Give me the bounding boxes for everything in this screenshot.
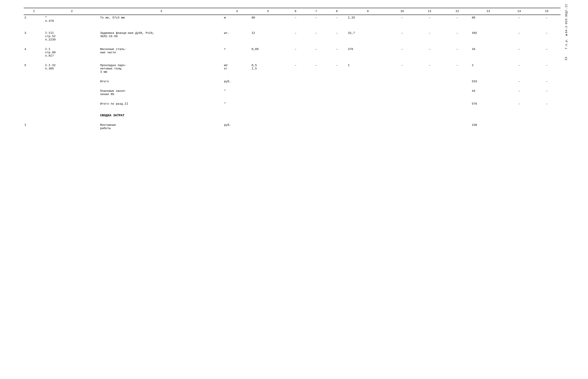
itogoii-col15: – — [533, 101, 561, 107]
planovye-col2 — [44, 88, 99, 97]
header-col2: 2 — [44, 8, 99, 15]
montazh-col13: 238 — [471, 122, 505, 131]
header-col1: I — [24, 8, 44, 15]
row2-col1: 2 — [24, 15, 44, 26]
row3-col1: 3 — [24, 30, 44, 43]
table-row: 4 I-Iстр.80л.8I7 Фасонные сталь-ные част… — [24, 47, 561, 59]
svodka-header: СВОДКА ЗАТРАТ — [99, 112, 223, 118]
planovye-col14: – — [505, 88, 533, 97]
header-col13: I3 — [471, 8, 505, 15]
row4-col14: – — [505, 47, 533, 59]
page-number: I3 — [565, 57, 568, 61]
row2-col14: – — [505, 15, 533, 26]
side-panel: Т.п.р. №04-2-025.86Дт.II I3 — [561, 0, 572, 139]
row5-col9: I — [347, 63, 388, 75]
row4-col9: 376 — [347, 47, 388, 59]
row2-col15: – — [533, 15, 561, 26]
montazh-label: Монтажныеработы — [99, 122, 223, 131]
row2-col9: I,IO — [347, 15, 388, 26]
row3-col11: – — [416, 30, 444, 43]
row4-col6: – — [285, 47, 306, 59]
row2-col10: – — [388, 15, 416, 26]
row3-col5: I2 — [251, 30, 285, 43]
row4-col1: 4 — [24, 47, 44, 59]
row2-col3: То же, 57x3 мм — [99, 15, 223, 26]
montazh-col1: I — [24, 122, 44, 131]
itogo-col14: – — [505, 79, 533, 84]
row3-col4: шт. — [223, 30, 251, 43]
itogoii-label: Итого по разд.II — [99, 101, 223, 107]
row5-col10: – — [388, 63, 416, 75]
itogoii-col1 — [24, 101, 44, 107]
row5-col15: – — [533, 63, 561, 75]
table-row: 3 I-IIIстр.52п.2239 Задвижка фланце-вая … — [24, 30, 561, 43]
row3-col8: – — [326, 30, 347, 43]
row3-col6: – — [285, 30, 306, 43]
row4-col2: I-Iстр.80л.8I7 — [44, 47, 99, 59]
header-col15: I5 — [533, 8, 561, 15]
row5-col1: 5 — [24, 63, 44, 75]
itogo-razdel-row: Итого по разд.II " 576 – – — [24, 101, 561, 107]
itogoii-col13: 576 — [471, 101, 505, 107]
itogo-col13: 533 — [471, 79, 505, 84]
row5-col2: I-I-32п.365 — [44, 63, 99, 75]
header-col5: 5 — [251, 8, 285, 15]
row4-col7: – — [306, 47, 326, 59]
itogoii-unit: " — [223, 101, 251, 107]
row2-col6: – — [285, 15, 306, 26]
itogo-col15: – — [533, 79, 561, 84]
row3-col13: 392 — [471, 30, 505, 43]
itogo-col2 — [44, 79, 99, 84]
planovye-col13: 43 — [471, 88, 505, 97]
svodka-col2 — [44, 112, 99, 118]
row5-col4: м2кг — [223, 63, 251, 75]
itogoii-col14: – — [505, 101, 533, 107]
row2-col13: 88 — [471, 15, 505, 26]
itogo-unit: руб. — [223, 79, 251, 84]
planovye-label: Плановые накоп-ления 8% — [99, 88, 223, 97]
itogo-col1 — [24, 79, 44, 84]
row3-col7: – — [306, 30, 326, 43]
row4-col12: – — [444, 47, 471, 59]
svodka-col1 — [24, 112, 44, 118]
header-col14: I4 — [505, 8, 533, 15]
itogoii-col2 — [44, 101, 99, 107]
table-row: 5 I-I-32п.365 Прокладка паро-нитовая тол… — [24, 63, 561, 75]
row3-col12: – — [444, 30, 471, 43]
row5-col8: – — [326, 63, 347, 75]
planovye-unit: " — [223, 88, 251, 97]
header-col6: 6 — [285, 8, 306, 15]
header-col10: IO — [388, 8, 416, 15]
row4-col8: – — [326, 47, 347, 59]
row5-col7: – — [306, 63, 326, 75]
table-header-row: I 2 3 4 5 6 7 8 9 IO II I2 I3 I4 I5 — [24, 8, 561, 15]
row2-col5: 80 — [251, 15, 285, 26]
planovye-row: Плановые накоп-ления 8% " 43 – – — [24, 88, 561, 97]
row3-col14: – — [505, 30, 533, 43]
svodka-header-row: СВОДКА ЗАТРАТ — [24, 112, 561, 118]
row4-col11: – — [416, 47, 444, 59]
row4-col10: – — [388, 47, 416, 59]
table-row: 2 "п.370 То же, 57x3 мм м 80 – – – I,IO … — [24, 15, 561, 26]
header-col4: 4 — [223, 8, 251, 15]
row2-col12: – — [444, 15, 471, 26]
row2-col4: м — [223, 15, 251, 26]
row3-col2: I-IIIстр.52п.2239 — [44, 30, 99, 43]
row5-col6: – — [285, 63, 306, 75]
header-col8: 8 — [326, 8, 347, 15]
row4-col3: Фасонные сталь-ные части — [99, 47, 223, 59]
row2-col11: – — [416, 15, 444, 26]
planovye-col15: – — [533, 88, 561, 97]
row3-col3: Задвижка фланце-вая Ду50, РчI6,3КЛ2-I6-5… — [99, 30, 223, 43]
row5-col11: – — [416, 63, 444, 75]
row2-col7: – — [306, 15, 326, 26]
planovye-col1 — [24, 88, 44, 97]
row4-col15: – — [533, 47, 561, 59]
row5-col5: 0,5I,5 — [251, 63, 285, 75]
row2-col8: – — [326, 15, 347, 26]
row5-col14: – — [505, 63, 533, 75]
header-col11: II — [416, 8, 444, 15]
montazh-col2 — [44, 122, 99, 131]
row3-col9: 32,7 — [347, 30, 388, 43]
row5-col3: Прокладка паро-нитовая толщ.3 мм — [99, 63, 223, 75]
